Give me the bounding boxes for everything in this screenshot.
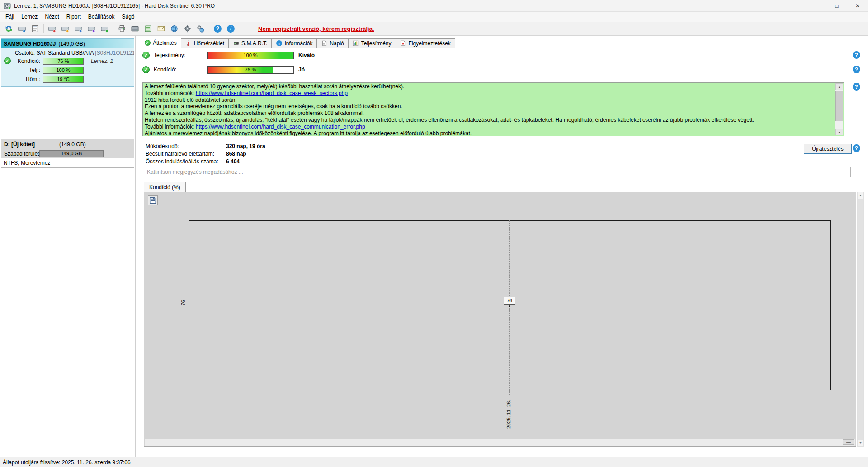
message-text: A lemez és a számítógép közötti adatkapc… — [145, 110, 364, 116]
stat-label: Összes indulás/leállás száma: — [146, 158, 225, 165]
condition-bar: 76 % — [43, 58, 84, 65]
window-controls: ─ □ ✕ — [806, 0, 868, 11]
menu-riport[interactable]: Riport — [63, 12, 85, 21]
scrollbar-grip[interactable]: — — [843, 439, 854, 445]
menu-beallitasok[interactable]: Beállítások — [85, 12, 118, 21]
disk-info-icon[interactable] — [98, 23, 111, 34]
chart-icon — [353, 40, 359, 47]
check-icon: ✓ — [144, 40, 151, 46]
report-list-icon[interactable] — [28, 23, 42, 34]
close-button[interactable]: ✕ — [847, 0, 868, 11]
stat-label: Becsült hátralévő élettartam: — [146, 151, 225, 157]
help-icon[interactable]: ? — [211, 23, 224, 34]
refresh-icon[interactable] — [2, 23, 15, 34]
retest-button[interactable]: Újratesztelés — [804, 144, 852, 154]
info-icon[interactable]: i — [224, 23, 237, 34]
tab-label: Információk — [284, 40, 312, 47]
volume-header: D: [Új kötet] (149,0 GB) — [1, 139, 134, 149]
disk-quick-test-icon[interactable] — [59, 23, 72, 34]
comment-input[interactable] — [144, 167, 851, 177]
tab-teljesitmeny[interactable]: Teljesítmény — [349, 38, 396, 48]
help-icon[interactable]: ? — [853, 51, 861, 59]
web-icon[interactable] — [168, 23, 181, 34]
disk-extended-test-icon[interactable] — [85, 23, 98, 34]
tab-attekintes[interactable]: ✓Áttekintés — [140, 38, 181, 48]
chart-tab-label: Kondíció (%) — [149, 184, 180, 191]
chart-horizontal-scrollbar[interactable]: — — [145, 439, 855, 446]
card-reader-icon[interactable] — [142, 23, 155, 34]
sidebar-performance-row: Telj.: 100 % — [1, 66, 134, 75]
mail-icon[interactable] — [155, 23, 168, 34]
stat-row: Működési idő:320 nap, 19 óra — [146, 143, 225, 150]
disk-list-item-selected[interactable]: SAMSUNG HD160JJ (149,0 GB) Csatoló: SAT … — [1, 38, 134, 87]
content-area: SAMSUNG HD160JJ (149,0 GB) Csatoló: SAT … — [0, 36, 868, 457]
stat-label: Működési idő: — [146, 143, 225, 149]
status-ok-icon: ✓ — [142, 52, 150, 59]
scroll-down-icon[interactable]: ▼ — [858, 440, 863, 446]
performance-row: ✓ Teljesítmény: 100 % Kiváló — [142, 51, 315, 59]
chart-data-point — [509, 305, 510, 307]
settings-icon[interactable] — [181, 23, 194, 34]
interface-label: Csatoló: — [15, 50, 35, 56]
sidebar-condition-row: ✓ Kondíció: 76 % Lemez: 1 — [1, 57, 134, 66]
disk-short-test-icon[interactable] — [72, 23, 85, 34]
chart-tab-kondicio[interactable]: Kondíció (%) — [144, 182, 186, 192]
menu-fajl[interactable]: Fájl — [2, 12, 18, 21]
message-line: 1912 hiba fordult elő adatátvitel során. — [145, 97, 834, 104]
tab-label: Hőmérséklet — [194, 40, 224, 47]
tab-homerseklet[interactable]: Hőmérséklet — [181, 38, 229, 48]
register-link[interactable]: Nem regisztrált verzió, kérem regisztrál… — [258, 25, 374, 32]
tab-informaciok[interactable]: iInformációk — [272, 38, 317, 48]
chart-y-axis-label: 76 — [180, 300, 186, 305]
info-link[interactable]: https://www.hdsentinel.com/hard_disk_cas… — [196, 124, 365, 130]
volume-list-item[interactable]: D: [Új kötet] (149,0 GB) Szabad terület … — [1, 139, 134, 168]
printer-icon[interactable] — [115, 23, 128, 34]
message-line: A lemez és a számítógép közötti adatkapc… — [145, 110, 834, 117]
tab-strip: ✓ÁttekintésHőmérsékletS.M.A.R.T.iInformá… — [140, 38, 455, 48]
title-bar: Lemez: 1, SAMSUNG HD160JJ [S08HJ1OL91216… — [0, 0, 868, 12]
tab-figyelmeztetesek[interactable]: Figyelmeztetések — [396, 38, 455, 48]
stat-value: 6 404 — [226, 158, 240, 165]
status-ok-icon: ✓ — [142, 66, 150, 73]
menu-sugo[interactable]: Súgó — [118, 12, 138, 21]
application-window: Lemez: 1, SAMSUNG HD160JJ [S08HJ1OL91216… — [0, 0, 868, 467]
main-panel: ✓ÁttekintésHőmérsékletS.M.A.R.T.iInformá… — [136, 36, 868, 457]
toolbar-icons: ?i — [2, 23, 237, 34]
free-space-bar: 149,0 GB — [39, 150, 104, 157]
maximize-button[interactable]: □ — [826, 0, 847, 11]
menu-nezet[interactable]: Nézet — [41, 12, 62, 21]
message-scrollbar[interactable]: ▲ ▼ — [835, 83, 843, 135]
volume-filesystem: NTFS, Merevlemez — [1, 158, 134, 167]
thermometer-icon — [185, 40, 192, 47]
scrollbar-thumb[interactable] — [858, 199, 863, 440]
status-message-box: A lemez felületén található 10 gyenge sz… — [142, 82, 844, 136]
info-link[interactable]: https://www.hdsentinel.com/hard_disk_cas… — [196, 90, 348, 96]
toolbar-separator — [209, 24, 209, 33]
condition-rating: Jó — [298, 67, 305, 73]
save-chart-button[interactable] — [148, 195, 158, 205]
menu-lemez[interactable]: Lemez — [18, 12, 41, 21]
disk-refresh-icon[interactable] — [15, 23, 28, 34]
chart-vertical-scrollbar[interactable]: ▲ ▼ — [857, 192, 864, 447]
hdd-icon[interactable] — [128, 23, 142, 34]
message-text: Ezen a ponton a merevlemez garanciális c… — [145, 103, 402, 110]
performance-meter-value: 100 % — [208, 52, 293, 59]
scroll-down-icon[interactable]: ▼ — [835, 129, 843, 135]
tab-naplo[interactable]: Napló — [317, 38, 348, 48]
volume-name: D: [Új kötet] — [4, 141, 35, 148]
scrollbar-thumb[interactable] — [835, 91, 843, 121]
toolbar-separator — [113, 24, 113, 33]
preferences-icon[interactable] — [194, 23, 207, 34]
help-icon[interactable]: ? — [853, 66, 861, 74]
disk-surface-test-icon[interactable] — [46, 23, 59, 34]
chart-value-label: 76 — [504, 297, 515, 305]
scroll-up-icon[interactable]: ▲ — [835, 83, 843, 90]
tab-s.m.a.r.t.[interactable]: S.M.A.R.T. — [229, 38, 272, 48]
stat-value: 868 nap — [226, 151, 246, 157]
minimize-button[interactable]: ─ — [806, 0, 826, 11]
help-icon[interactable]: ? — [853, 83, 861, 91]
sidebar-temperature-row: Hőm.: 19 °C — [1, 75, 134, 84]
help-icon[interactable]: ? — [853, 144, 861, 152]
scroll-up-icon[interactable]: ▲ — [858, 192, 863, 199]
tab-label: Áttekintés — [153, 40, 177, 46]
